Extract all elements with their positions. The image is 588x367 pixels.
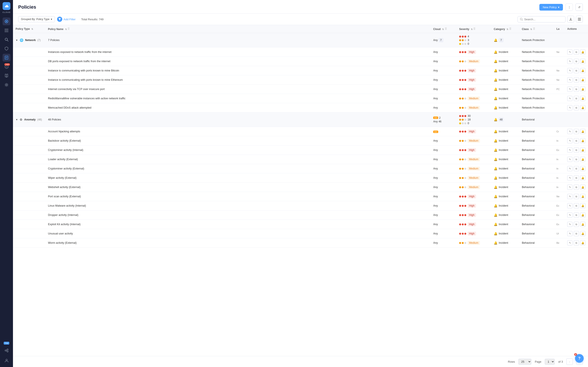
copy-icon[interactable]: ⧉ (574, 231, 579, 236)
copy-icon[interactable]: ⧉ (574, 96, 579, 101)
copy-icon[interactable]: ⧉ (574, 222, 579, 227)
bell-icon[interactable]: 🔔 (580, 77, 585, 83)
edit-icon[interactable]: ✎ (567, 50, 572, 55)
policy-actions[interactable]: ✎ ⧉ 🔔 (565, 136, 588, 145)
edit-icon[interactable]: ✎ (567, 59, 572, 64)
copy-icon[interactable]: ⧉ (574, 105, 579, 110)
policy-actions[interactable]: ✎ ⧉ 🔔 (565, 164, 588, 173)
group-toggle[interactable]: ▼ (16, 39, 18, 42)
edit-icon[interactable]: ✎ (567, 166, 572, 171)
group-row-anomaly[interactable]: ▼ ⚙ Anomaly (48) 48 Policies aws 2 Any 4… (13, 112, 588, 127)
view-toggle-button[interactable] (576, 16, 583, 23)
sidebar-item-dashboard[interactable] (3, 17, 10, 25)
edit-icon[interactable]: ✎ (567, 231, 572, 236)
col-header-cloud[interactable]: Cloud ⇅ ⠿ (431, 25, 457, 33)
bell-icon[interactable]: 🔔 (580, 50, 585, 55)
policy-actions[interactable]: ✎ ⧉ 🔔 (565, 57, 588, 66)
edit-icon[interactable]: ✎ (567, 222, 572, 227)
col-header-policy-type[interactable]: Policy Type ⇅ (13, 25, 45, 33)
help-button[interactable]: 6 ? (575, 354, 584, 363)
bell-icon[interactable]: 🔔 (580, 231, 585, 236)
edit-icon[interactable]: ✎ (567, 96, 572, 101)
policy-actions[interactable]: ✎ ⧉ 🔔 (565, 66, 588, 75)
policy-actions[interactable]: ✎ ⧉ 🔔 (565, 127, 588, 136)
bell-icon[interactable]: 🔔 (580, 87, 585, 92)
bell-icon[interactable]: 🔔 (580, 240, 585, 245)
sidebar-item-alerts[interactable]: 1889 (3, 63, 10, 71)
col-drag-handle[interactable]: ⠿ (509, 27, 511, 31)
policy-actions[interactable]: ✎ ⧉ 🔔 (565, 103, 588, 112)
more-options-button[interactable]: ⋮ (565, 3, 573, 11)
policy-actions[interactable]: ✎ ⧉ 🔔 (565, 192, 588, 201)
copy-icon[interactable]: ⧉ (574, 129, 579, 134)
col-header-class[interactable]: Class ⇅ ⠿ (519, 25, 554, 33)
bell-icon[interactable]: 🔔 (580, 203, 585, 208)
policy-actions[interactable]: ✎ ⧉ 🔔 (565, 210, 588, 220)
bell-icon[interactable]: 🔔 (580, 96, 585, 101)
sidebar-item-settings[interactable] (3, 81, 10, 89)
copy-icon[interactable]: ⧉ (574, 157, 579, 162)
policy-actions[interactable]: ✎ ⧉ 🔔 (565, 155, 588, 164)
bell-icon[interactable]: 🔔 (580, 68, 585, 73)
copy-icon[interactable]: ⧉ (574, 184, 579, 190)
copy-icon[interactable]: ⧉ (574, 175, 579, 181)
bell-icon[interactable]: 🔔 (580, 157, 585, 162)
sidebar-item-book[interactable] (3, 72, 10, 80)
edit-icon[interactable]: ✎ (567, 212, 572, 218)
policy-actions[interactable]: ✎ ⧉ 🔔 (565, 94, 588, 103)
download-button[interactable] (567, 16, 574, 23)
edit-icon[interactable]: ✎ (567, 87, 572, 92)
bell-icon[interactable]: 🔔 (580, 129, 585, 134)
bell-icon[interactable]: 🔔 (580, 59, 585, 64)
edit-icon[interactable]: ✎ (567, 157, 572, 162)
copy-icon[interactable]: ⧉ (574, 212, 579, 218)
search-box[interactable] (518, 16, 565, 22)
policy-actions[interactable]: ✎ ⧉ 🔔 (565, 229, 588, 238)
edit-icon[interactable]: ✎ (567, 105, 572, 110)
rows-per-page-select[interactable]: 25 50 100 (519, 359, 531, 365)
bell-icon[interactable]: 🔔 (580, 105, 585, 110)
copy-icon[interactable]: ⧉ (574, 59, 579, 64)
grouped-by-button[interactable]: Grouped By: Policy Type ▾ (18, 16, 55, 22)
col-drag-handle[interactable]: ⠿ (68, 27, 69, 31)
bell-icon[interactable]: 🔔 (580, 194, 585, 199)
policy-actions[interactable]: ✎ ⧉ 🔔 (565, 48, 588, 57)
sidebar-item-policies[interactable] (3, 54, 10, 61)
sidebar-item-user[interactable] (3, 356, 10, 364)
prev-page-button[interactable]: ‹ (566, 358, 573, 365)
bell-icon[interactable]: 🔔 (580, 138, 585, 143)
copy-icon[interactable]: ⧉ (574, 138, 579, 143)
sidebar-item-integrations[interactable] (3, 347, 10, 354)
copy-icon[interactable]: ⧉ (574, 166, 579, 171)
group-row-network[interactable]: ▼ 🌐 Network (7) 7 Policies Any 7 4 3 0 🔔… (13, 33, 588, 48)
bell-icon[interactable]: 🔔 (580, 212, 585, 218)
col-drag-handle[interactable]: ⠿ (533, 27, 535, 31)
sidebar-item-list[interactable] (3, 26, 10, 34)
bell-icon[interactable]: 🔔 (580, 147, 585, 153)
edit-icon[interactable]: ✎ (567, 138, 572, 143)
search-input[interactable] (524, 18, 563, 21)
policy-actions[interactable]: ✎ ⧉ 🔔 (565, 145, 588, 155)
edit-icon[interactable]: ✎ (567, 77, 572, 83)
add-filter-button[interactable]: Add Filter (57, 17, 76, 22)
col-drag-handle[interactable]: ⠿ (445, 27, 447, 31)
edit-icon[interactable]: ✎ (567, 184, 572, 190)
col-drag-handle[interactable]: ⠿ (473, 27, 475, 31)
policy-actions[interactable]: ✎ ⧉ 🔔 (565, 75, 588, 85)
refresh-button[interactable]: ↺ (575, 3, 583, 11)
sidebar-item-search[interactable] (3, 36, 10, 43)
policy-actions[interactable]: ✎ ⧉ 🔔 (565, 85, 588, 94)
page-select[interactable]: 1 2 3 (545, 359, 555, 365)
copy-icon[interactable]: ⧉ (574, 68, 579, 73)
copy-icon[interactable]: ⧉ (574, 87, 579, 92)
edit-icon[interactable]: ✎ (567, 240, 572, 245)
new-policy-button[interactable]: New Policy ▾ (539, 4, 563, 11)
bell-icon[interactable]: 🔔 (580, 175, 585, 181)
col-header-la[interactable]: La (554, 25, 565, 33)
edit-icon[interactable]: ✎ (567, 68, 572, 73)
copy-icon[interactable]: ⧉ (574, 240, 579, 245)
edit-icon[interactable]: ✎ (567, 129, 572, 134)
sidebar-item-shield[interactable] (3, 45, 10, 52)
copy-icon[interactable]: ⧉ (574, 50, 579, 55)
app-logo[interactable] (3, 2, 10, 10)
